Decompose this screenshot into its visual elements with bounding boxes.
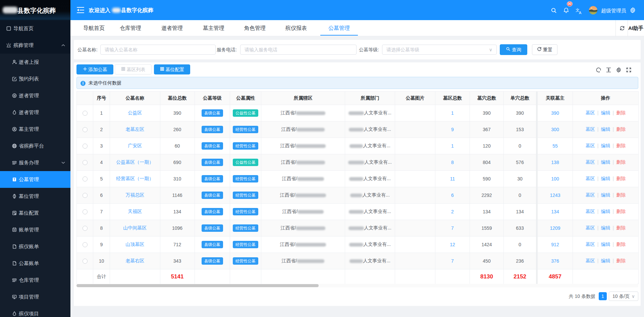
svg-text:A: A: [579, 11, 582, 14]
